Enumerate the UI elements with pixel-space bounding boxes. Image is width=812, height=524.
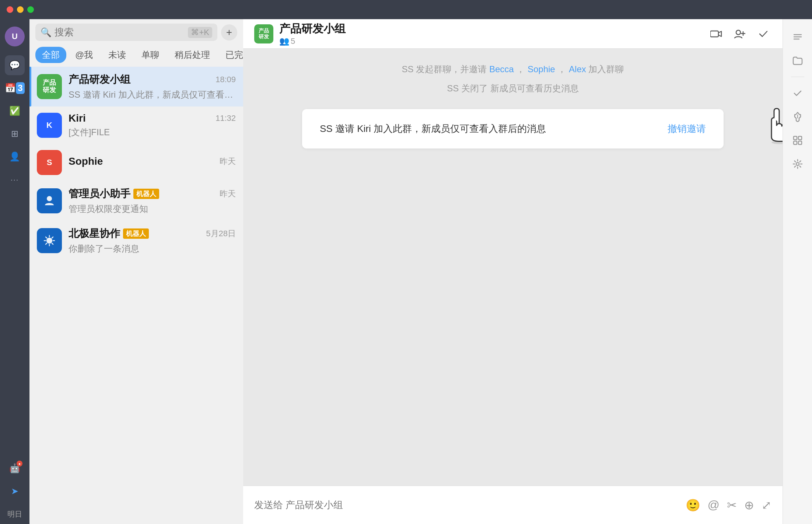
contacts-icon: 👤 [9,151,20,162]
close-button[interactable] [7,6,13,13]
calendar-icon: 📅 [5,83,16,93]
filter-tabs: 全部 @我 未读 单聊 稍后处理 已完成 更多 ▾ [29,45,243,67]
more-icon: ··· [11,175,19,184]
right-btn-grid[interactable] [789,132,806,149]
send-icon: ➤ [11,486,18,496]
sidebar-item-contacts[interactable]: 👤 [5,147,25,167]
titlebar [0,0,812,19]
search-input[interactable] [55,27,185,38]
scissors-button[interactable]: ✂ [727,498,737,512]
sidebar-item-tasks[interactable]: ✅ [5,101,25,121]
header-sub: 👥 5 [279,36,702,46]
robot-badge: 机器人 [133,189,159,199]
emoji-button[interactable]: 🙂 [686,498,700,512]
right-btn-folder[interactable] [789,52,806,69]
chat-item-product-group[interactable]: 产品 研发 产品研发小组 18:09 SS 邀请 Kiri 加入此群，新成员仅可… [29,67,243,106]
chat-info-kiri: Kiri 11:32 [文件]FILE [69,112,236,138]
svg-point-1 [46,238,52,244]
search-input-wrap[interactable]: 🔍 ⌘+K [35,24,217,41]
chat-name: 产品研发小组 [69,73,130,87]
chat-header: 产品 研发 产品研发小组 👥 5 [243,19,783,49]
add-button[interactable]: + [221,24,237,41]
right-btn-list[interactable] [789,28,806,46]
chat-time: 5月28日 [206,228,236,239]
filter-tab-direct[interactable]: 单聊 [135,47,166,63]
main-chat: 产品 研发 产品研发小组 👥 5 [243,19,783,524]
right-sidebar [783,19,812,524]
svg-point-3 [736,30,741,35]
left-sidebar: U 💬 📅 3 ✅ ⊞ 👤 ··· 🤖 ● ➤ 明日 [0,19,29,524]
chat-preview: 你删除了一条消息 [69,243,236,255]
chat-name: 北极星协作 机器人 [69,227,149,241]
sidebar-item-send[interactable]: ➤ [5,481,25,501]
confirm-button[interactable] [755,26,771,42]
sidebar-item-bot[interactable]: 🤖 ● [5,458,25,478]
maximize-button[interactable] [27,6,34,13]
revoke-invite-link[interactable]: 撤销邀请 [668,122,706,135]
chat-time: 11:32 [216,113,236,123]
apps-icon: ⊞ [11,129,18,139]
chat-item-polaris[interactable]: 北极星协作 机器人 5月28日 你删除了一条消息 [29,221,243,261]
sidebar-item-chat[interactable]: 💬 [5,55,25,75]
search-shortcut: ⌘+K [188,27,212,38]
user-avatar[interactable]: U [5,27,25,46]
messages-area: SS 发起群聊，并邀请 Becca ， Sophie ， Alex 加入群聊 S… [243,49,783,486]
polaris-avatar [37,228,62,253]
notification-container: SS 邀请 Kiri 加入此群，新成员仅可查看入群后的消息 撤销邀请 [265,105,760,152]
chat-item-admin[interactable]: 管理员小助手 机器人 昨天 管理员权限变更通知 [29,181,243,221]
filter-tab-later[interactable]: 稍后处理 [168,47,217,63]
message-input[interactable] [254,495,686,515]
chat-list-panel: 🔍 ⌘+K + 全部 @我 未读 单聊 稍后处理 已完成 更多 ▾ 产品 研发 … [29,19,243,524]
search-bar: 🔍 ⌘+K + [29,19,243,45]
sidebar-item-apps[interactable]: ⊞ [5,124,25,144]
input-toolbar: 🙂 @ ✂ ⊕ ⤢ [254,495,771,515]
chat-info-product-group: 产品研发小组 18:09 SS 邀请 Kiri 加入此群，新成员仅可查看入群后的… [69,73,236,101]
right-btn-settings[interactable] [789,155,806,173]
add-member-button[interactable] [732,26,748,42]
svg-rect-2 [710,31,718,37]
robot-badge: 机器人 [123,228,149,239]
sidebar-item-more[interactable]: ··· [5,170,25,189]
svg-point-13 [796,163,799,165]
svg-rect-12 [798,141,802,144]
input-area: 🙂 @ ✂ ⊕ ⤢ [243,486,783,524]
filter-tab-all[interactable]: 全部 [35,47,66,63]
sophie-avatar: S [37,150,62,175]
chat-item-kiri[interactable]: K Kiri 11:32 [文件]FILE [29,106,243,144]
cursor-hand [760,104,783,146]
sidebar-item-calendar[interactable]: 📅 3 [5,78,25,98]
minimize-button[interactable] [17,6,24,13]
expand-button[interactable]: ⤢ [762,498,771,512]
input-actions: 🙂 @ ✂ ⊕ ⤢ [686,498,771,512]
notification-text: SS 邀请 Kiri 加入此群，新成员仅可查看入群后的消息 [320,122,556,135]
chat-preview: [文件]FILE [69,126,236,138]
chat-time: 昨天 [220,188,236,199]
at-button[interactable]: @ [708,498,720,512]
plus-button[interactable]: ⊕ [744,498,754,512]
tomorrow-label: 明日 [7,509,22,519]
chat-items: 产品 研发 产品研发小组 18:09 SS 邀请 Kiri 加入此群，新成员仅可… [29,67,243,524]
header-info: 产品研发小组 👥 5 [279,21,702,46]
tasks-icon: ✅ [9,106,20,116]
chat-preview: 管理员权限变更通知 [69,203,236,215]
kiri-avatar: K [37,113,62,138]
sidebar-item-tomorrow[interactable]: 明日 [5,504,25,524]
filter-tab-unread[interactable]: 未读 [102,47,133,63]
chat-icon: 💬 [9,60,20,70]
filter-tab-at-me[interactable]: @我 [69,47,99,63]
svg-rect-10 [798,136,802,140]
header-actions [708,26,771,42]
header-title: 产品研发小组 [279,21,702,36]
chat-info-admin: 管理员小助手 机器人 昨天 管理员权限变更通知 [69,187,236,215]
chat-item-sophie[interactable]: S Sophie 昨天 [29,144,243,181]
chat-info-sophie: Sophie 昨天 [69,156,236,170]
svg-point-0 [47,196,52,201]
right-btn-check[interactable] [789,84,806,102]
video-call-button[interactable] [708,26,724,42]
filter-tab-done[interactable]: 已完成 [219,47,243,63]
search-icon: 🔍 [41,27,52,38]
chat-name: Sophie [69,156,103,167]
right-btn-pin[interactable] [789,108,806,126]
system-message-1: SS 发起群聊，并邀请 Becca ， Sophie ， Alex 加入群聊 [265,63,760,75]
bot-badge: ● [17,461,22,467]
